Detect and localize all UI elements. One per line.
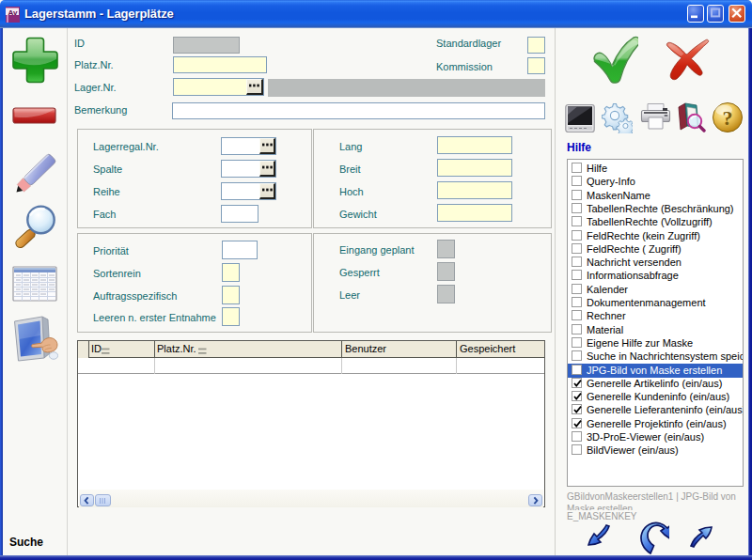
svg-text:?: ? (723, 106, 733, 130)
svg-text:Av: Av (8, 8, 18, 17)
